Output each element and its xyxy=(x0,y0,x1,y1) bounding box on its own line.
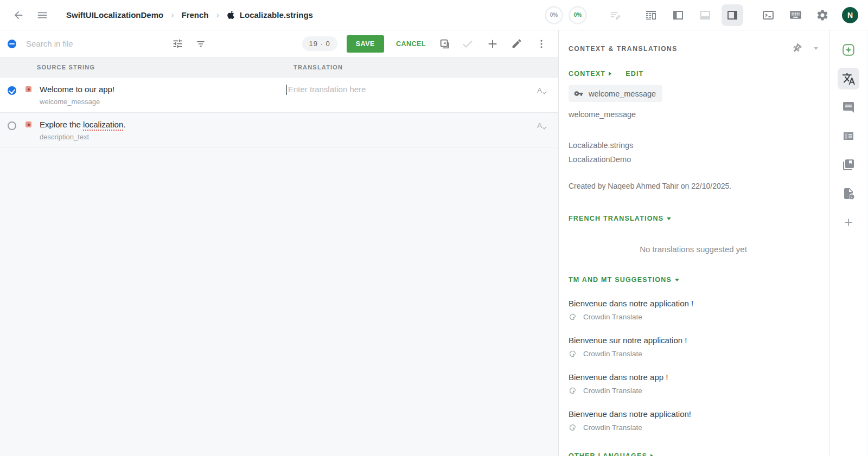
add-panel-button[interactable] xyxy=(838,211,859,233)
bookmark-book-icon xyxy=(842,158,855,171)
created-by-line: Created by Naqeeb Ahmed Tahir on 22/10/2… xyxy=(569,182,818,190)
chevron-right-icon xyxy=(609,72,611,76)
plus-icon xyxy=(487,38,499,50)
right-panel-view-icon xyxy=(726,9,739,22)
other-languages-section-toggle[interactable]: OTHER LANGUAGES xyxy=(569,452,653,456)
untranslated-status-icon xyxy=(25,86,31,92)
crowdin-translate-icon xyxy=(569,313,577,321)
a-check-icon: A xyxy=(537,86,546,94)
string-key-chip[interactable]: welcome_message xyxy=(569,85,662,102)
advanced-filter-button[interactable] xyxy=(168,35,187,53)
glossary-card-icon xyxy=(842,130,855,143)
plus-icon xyxy=(843,216,854,228)
edit-string-button[interactable] xyxy=(507,35,526,53)
file-name-label: Localizable.strings xyxy=(240,10,313,20)
user-avatar[interactable]: N xyxy=(842,7,858,23)
string-row-description-text[interactable]: Explore the localization. description_te… xyxy=(0,113,558,148)
file-context: Localizable.strings xyxy=(569,141,818,150)
copy-icon xyxy=(439,38,451,50)
context-link[interactable]: CONTEXT xyxy=(569,70,611,78)
text-cursor xyxy=(286,85,287,95)
kebab-menu-icon xyxy=(536,38,547,49)
collapse-panel-button[interactable] xyxy=(814,47,818,50)
chevron-right-icon xyxy=(650,454,653,456)
side-panel-rail xyxy=(829,30,867,456)
suggestion-item[interactable]: Bienvenue sur notre application ! Crowdi… xyxy=(569,336,818,358)
ai-assistant-button[interactable] xyxy=(838,39,859,61)
suggestion-text: Bienvenue dans notre app ! xyxy=(569,372,818,382)
settings-button[interactable] xyxy=(812,4,833,26)
terms-panel-button[interactable] xyxy=(838,125,859,147)
crowdin-translate-icon xyxy=(569,350,577,358)
console-button[interactable] xyxy=(757,4,779,26)
cancel-button[interactable]: CANCEL xyxy=(396,40,426,48)
terminal-icon xyxy=(762,9,775,22)
right-panel-view-button[interactable] xyxy=(722,4,743,26)
editor-main: 19 · 0 SAVE CANCEL SOURCE STRING TRANSLA… xyxy=(0,30,559,456)
dictionary-panel-button[interactable] xyxy=(838,154,859,176)
comfortable-view-button[interactable] xyxy=(640,4,662,26)
more-actions-button[interactable] xyxy=(532,35,551,53)
menu-button[interactable] xyxy=(33,5,52,25)
approved-progress-ring[interactable]: 0% xyxy=(569,6,587,24)
source-text-part: Explore the xyxy=(40,120,83,129)
filter-icon xyxy=(195,38,206,49)
row-checkbox[interactable] xyxy=(8,121,16,130)
suggestion-item[interactable]: Bienvenue dans notre application! Crowdi… xyxy=(569,409,818,432)
search-input[interactable] xyxy=(26,39,145,48)
string-row-welcome-message[interactable]: Welcome to our app! welcome_message Ente… xyxy=(0,78,558,113)
save-button[interactable]: SAVE xyxy=(347,35,384,53)
spellcheck-language-button[interactable]: A xyxy=(537,85,546,95)
spellcheck-language-button[interactable]: A xyxy=(537,120,546,130)
proofread-mode-button[interactable] xyxy=(604,4,626,26)
filter-button[interactable] xyxy=(192,35,210,53)
copy-source-button[interactable] xyxy=(436,35,454,53)
shortcuts-button[interactable] xyxy=(784,4,806,26)
translation-input[interactable]: Enter translation here xyxy=(286,85,366,95)
comments-panel-button[interactable] xyxy=(838,97,859,118)
key-icon xyxy=(574,89,583,98)
pin-panel-button[interactable] xyxy=(792,43,802,54)
check-icon xyxy=(461,37,474,50)
tm-mt-section-toggle[interactable]: TM AND MT SUGGESTIONS xyxy=(569,276,679,284)
suggestion-provider: Crowdin Translate xyxy=(583,350,642,358)
misspelled-word: localization xyxy=(83,120,123,129)
french-translations-section-toggle[interactable]: FRENCH TRANSLATIONS xyxy=(569,215,671,222)
translated-progress-ring[interactable]: 0% xyxy=(545,6,563,24)
chevron-right-icon: › xyxy=(216,10,219,20)
hamburger-icon xyxy=(36,9,48,21)
table-header: SOURCE STRING TRANSLATION xyxy=(0,57,558,78)
breadcrumb-file[interactable]: Localizable.strings xyxy=(227,10,313,20)
section-label: TM AND MT SUGGESTIONS xyxy=(569,276,672,284)
no-translations-message: No translations suggested yet xyxy=(569,245,818,254)
pencil-icon xyxy=(511,38,522,49)
select-all-checkbox[interactable] xyxy=(8,40,16,48)
apple-icon xyxy=(227,10,235,20)
suggestion-provider: Crowdin Translate xyxy=(583,313,642,321)
chevron-right-icon: › xyxy=(171,10,174,20)
section-label: FRENCH TRANSLATIONS xyxy=(569,215,663,222)
suggestion-item[interactable]: Bienvenue dans notre app ! Crowdin Trans… xyxy=(569,372,818,395)
string-identifier: welcome_message xyxy=(569,110,818,119)
suggestion-provider: Crowdin Translate xyxy=(583,387,642,395)
bottom-panel-view-icon xyxy=(699,9,712,22)
left-panel-view-button[interactable] xyxy=(667,4,689,26)
breadcrumb-project[interactable]: SwiftUILocalizationDemo xyxy=(66,10,163,20)
a-check-icon: A xyxy=(537,121,546,130)
file-info-panel-button[interactable] xyxy=(838,183,859,204)
crowdin-translate-icon xyxy=(569,423,577,432)
ai-sparkle-icon xyxy=(841,43,856,57)
string-counter: 19 · 0 xyxy=(302,36,337,51)
edit-context-link[interactable]: EDIT xyxy=(626,70,643,78)
approve-button[interactable] xyxy=(458,35,477,53)
source-string-text: Explore the localization. xyxy=(40,120,286,129)
breadcrumb-language[interactable]: French xyxy=(182,10,209,20)
bottom-panel-view-button[interactable] xyxy=(694,4,716,26)
key-chip-label: welcome_message xyxy=(589,89,656,98)
suggestion-item[interactable]: Bienvenue dans notre application ! Crowd… xyxy=(569,299,818,321)
source-text-part: . xyxy=(123,120,125,129)
add-string-button[interactable] xyxy=(483,35,502,53)
row-checkbox[interactable] xyxy=(8,86,16,95)
translations-panel-button[interactable] xyxy=(838,68,859,89)
back-button[interactable] xyxy=(9,5,28,25)
